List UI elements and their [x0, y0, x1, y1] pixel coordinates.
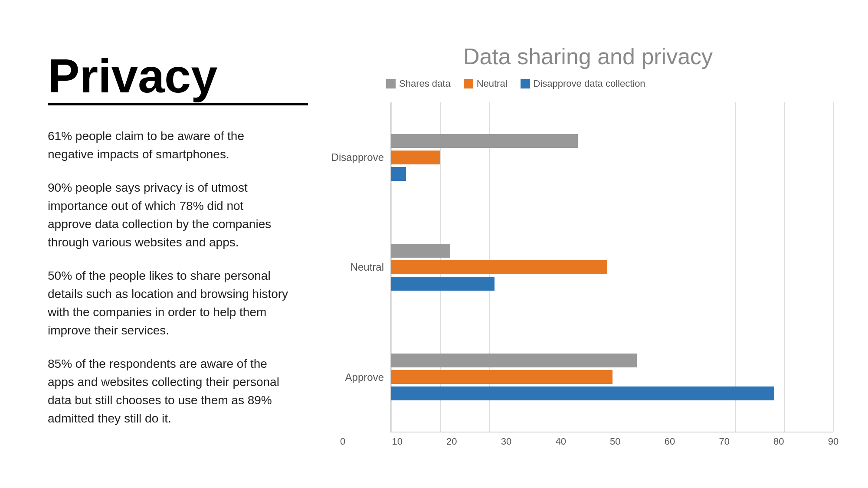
x-label-70: 70: [719, 436, 729, 447]
legend-shares-data: Shares data: [386, 78, 451, 89]
legend-label-disapprove: Disapprove data collection: [534, 78, 645, 89]
x-label-20: 20: [446, 436, 457, 447]
bar-neutral-neutral: [391, 260, 607, 274]
bar-group-disapprove: [391, 102, 833, 212]
bar-row-neutral-approve: [391, 370, 833, 384]
legend-label-shares: Shares data: [399, 78, 451, 89]
chart-title: Data sharing and privacy: [343, 43, 833, 69]
y-label-disapprove: Disapprove: [331, 151, 384, 164]
bar-dc-disapprove: [391, 167, 406, 181]
bar-row-shares-approve: [391, 354, 833, 367]
paragraph-4: 85% of the respondents are aware of the …: [48, 355, 291, 428]
y-label-neutral: Neutral: [350, 261, 384, 273]
x-label-40: 40: [555, 436, 566, 447]
grid-line-90: [833, 102, 834, 432]
bar-row-dc-approve: [391, 386, 833, 400]
x-label-0: 0: [340, 436, 345, 447]
chart-legend: Shares data Neutral Disapprove data coll…: [343, 78, 833, 89]
legend-color-disapprove: [521, 79, 530, 88]
chart-inner: Disapprove Neutral Approve: [343, 102, 833, 432]
bar-row-neutral-disapprove: [391, 151, 833, 164]
y-axis-labels: Disapprove Neutral Approve: [343, 102, 390, 432]
legend-color-neutral: [464, 79, 473, 88]
x-label-80: 80: [773, 436, 784, 447]
bar-group-neutral: [391, 212, 833, 322]
bars-area: [390, 102, 833, 432]
left-panel: Privacy 61% people claim to be aware of …: [48, 35, 308, 453]
paragraph-2: 90% people says privacy is of utmost imp…: [48, 179, 291, 252]
x-label-90: 90: [828, 436, 839, 447]
x-label-30: 30: [501, 436, 511, 447]
chart-area: Disapprove Neutral Approve: [343, 102, 833, 453]
x-label-60: 60: [665, 436, 675, 447]
bar-shares-disapprove: [391, 134, 578, 148]
x-label-10: 10: [392, 436, 402, 447]
x-label-50: 50: [610, 436, 620, 447]
paragraph-3: 50% of the people likes to share persona…: [48, 267, 291, 340]
paragraph-1: 61% people claim to be aware of the nega…: [48, 127, 291, 164]
legend-neutral: Neutral: [464, 78, 508, 89]
bar-row-shares-disapprove: [391, 134, 833, 148]
y-label-approve: Approve: [345, 371, 384, 383]
bar-dc-approve: [391, 386, 774, 400]
x-axis-labels: 0102030405060708090: [343, 436, 833, 453]
bar-group-approve: [391, 322, 833, 432]
bar-row-shares-neutral: [391, 244, 833, 258]
legend-disapprove: Disapprove data collection: [521, 78, 645, 89]
bar-row-dc-disapprove: [391, 167, 833, 181]
legend-color-shares: [386, 79, 396, 88]
bar-row-dc-neutral: [391, 277, 833, 291]
bar-neutral-approve: [391, 370, 613, 384]
bar-neutral-disapprove: [391, 151, 440, 164]
right-panel: Data sharing and privacy Shares data Neu…: [308, 35, 833, 453]
privacy-title: Privacy: [48, 52, 308, 105]
bar-row-neutral-neutral: [391, 260, 833, 274]
bar-dc-neutral: [391, 277, 495, 291]
bar-shares-approve: [391, 354, 637, 367]
legend-label-neutral: Neutral: [477, 78, 508, 89]
bar-shares-neutral: [391, 244, 450, 258]
slide: Privacy 61% people claim to be aware of …: [0, 0, 868, 488]
